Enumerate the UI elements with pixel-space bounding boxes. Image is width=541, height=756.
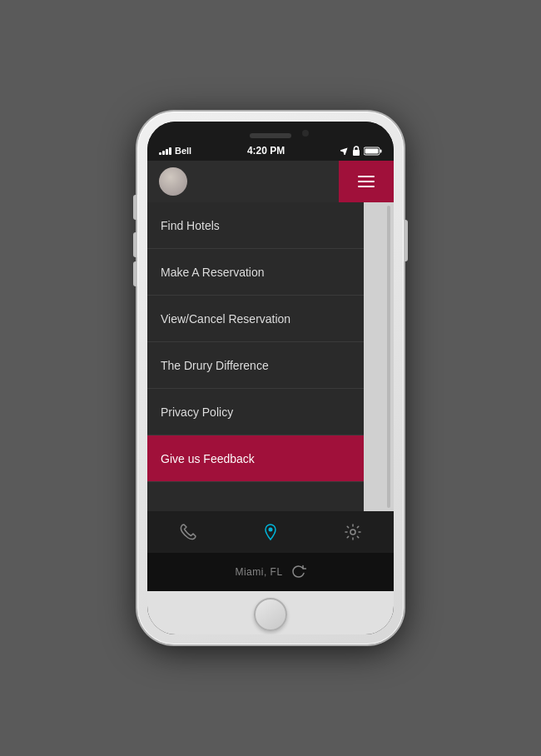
menu-item-give-feedback[interactable]: Give us Feedback (147, 435, 364, 482)
menu-item-make-reservation[interactable]: Make A Reservation (147, 249, 364, 296)
svg-rect-1 (353, 150, 360, 156)
location-status-icon (340, 147, 349, 155)
signal-bar-1 (159, 152, 161, 155)
lock-icon (352, 146, 360, 156)
signal-bar-4 (169, 147, 171, 155)
home-button-area (147, 591, 394, 634)
camera (302, 130, 309, 137)
hamburger-button[interactable] (339, 161, 394, 202)
battery-icon (364, 147, 382, 156)
menu-item-privacy-policy[interactable]: Privacy Policy (147, 389, 364, 435)
hamburger-line-3 (358, 186, 375, 187)
phone-frame: Bell 4:20 PM (137, 112, 404, 644)
map-pin-icon (261, 523, 280, 541)
svg-marker-0 (340, 147, 349, 155)
main-screen: Find Hotels Make A Reservation View/Canc… (147, 161, 394, 591)
svg-rect-4 (365, 148, 378, 153)
bottom-toolbar (147, 511, 394, 553)
toolbar-phone-button[interactable] (176, 520, 201, 545)
carrier-label: Bell (175, 146, 191, 156)
location-text: Miami, FL (235, 566, 282, 578)
svg-point-6 (350, 530, 355, 535)
phone-screen: Bell 4:20 PM (147, 122, 394, 634)
sidebar-panel (364, 202, 394, 511)
menu-container: Find Hotels Make A Reservation View/Canc… (147, 202, 394, 511)
signal-bar-2 (162, 151, 165, 155)
avatar (159, 167, 187, 196)
menu-list: Find Hotels Make A Reservation View/Canc… (147, 202, 364, 511)
status-bar: Bell 4:20 PM (147, 122, 394, 161)
hamburger-line-2 (358, 181, 375, 182)
menu-item-drury-difference[interactable]: The Drury Difference (147, 342, 364, 389)
status-left: Bell (159, 146, 191, 156)
svg-rect-3 (380, 149, 381, 152)
menu-item-find-hotels[interactable]: Find Hotels (147, 202, 364, 249)
toolbar-settings-button[interactable] (340, 520, 365, 545)
signal-bar-3 (166, 149, 168, 155)
menu-item-view-cancel-reservation[interactable]: View/Cancel Reservation (147, 296, 364, 342)
app-header (147, 161, 394, 202)
scrollbar-track (387, 206, 390, 508)
location-bar: Miami, FL (147, 553, 394, 591)
avatar-area (147, 161, 339, 202)
hamburger-line-1 (358, 176, 375, 177)
signal-bars (159, 147, 171, 155)
hamburger-icon (358, 176, 375, 187)
status-right (340, 146, 382, 156)
toolbar-location-button[interactable] (258, 520, 283, 545)
home-button[interactable] (254, 598, 287, 631)
svg-point-5 (268, 528, 272, 532)
status-time: 4:20 PM (247, 145, 285, 157)
refresh-icon (291, 565, 306, 579)
refresh-button[interactable] (291, 565, 306, 579)
settings-icon (344, 523, 362, 541)
speaker (250, 133, 291, 138)
phone-icon (179, 523, 197, 541)
